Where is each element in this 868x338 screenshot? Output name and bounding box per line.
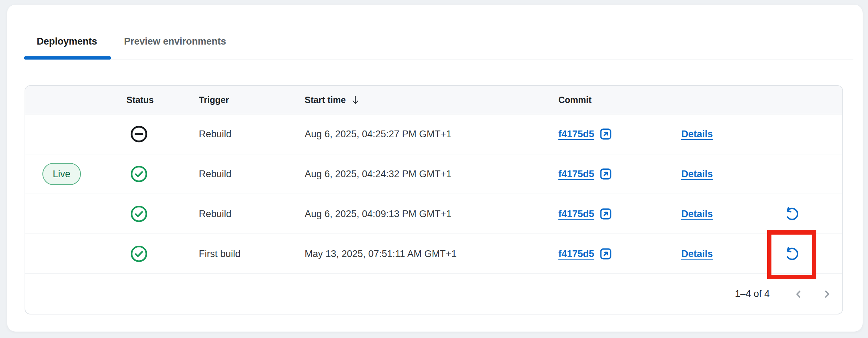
pagination-prev-button[interactable] (791, 286, 806, 302)
start-time-cell: May 13, 2025, 07:51:11 AM GMT+1 (305, 249, 558, 260)
tab-deployments[interactable]: Deployments (37, 36, 97, 47)
details-link[interactable]: Details (681, 249, 713, 259)
header-cell-trigger: Trigger (199, 95, 305, 105)
trigger-cell: First build (199, 249, 305, 260)
commit-link[interactable]: f4175d5 (558, 249, 594, 260)
chevron-right-icon (822, 289, 832, 299)
deployments-panel: Deployments Preview environments Status … (7, 5, 863, 332)
deployments-table: Status Trigger Start time Commit (25, 85, 843, 314)
details-link[interactable]: Details (681, 169, 713, 179)
chevron-left-icon (793, 289, 804, 299)
table-row: Live Rebuild Aug 6, 2025, 04:24:32 PM GM… (25, 154, 842, 194)
header-cell-commit: Commit (558, 95, 681, 105)
trigger-cell: Rebuild (199, 129, 305, 140)
rotate-left-icon (784, 206, 800, 222)
sort-descending-icon (351, 95, 360, 105)
commit-link[interactable]: f4175d5 (558, 169, 594, 180)
commit-link[interactable]: f4175d5 (558, 129, 594, 140)
details-link[interactable]: Details (681, 209, 713, 219)
start-time-cell: Aug 6, 2025, 04:25:27 PM GMT+1 (305, 129, 558, 140)
table-row: Rebuild Aug 6, 2025, 04:09:13 PM GMT+1 f… (25, 194, 842, 234)
start-time-header-label: Start time (305, 95, 346, 105)
header-cell-start-time[interactable]: Start time (305, 95, 558, 105)
trigger-cell: Rebuild (199, 169, 305, 180)
active-tab-underline (24, 56, 111, 60)
open-in-new-icon[interactable] (599, 247, 613, 261)
live-status-badge: Live (42, 163, 81, 185)
tabs-divider (24, 60, 853, 60)
status-cell (114, 245, 199, 263)
trigger-cell: Rebuild (199, 209, 305, 220)
table-row: Rebuild Aug 6, 2025, 04:25:27 PM GMT+1 f… (25, 114, 842, 154)
table-pagination: 1–4 of 4 (25, 274, 842, 314)
open-in-new-icon[interactable] (599, 207, 613, 221)
table-header-row: Status Trigger Start time Commit (25, 86, 842, 114)
start-time-cell: Aug 6, 2025, 04:09:13 PM GMT+1 (305, 209, 558, 220)
minus-circle-icon (130, 125, 148, 143)
check-circle-icon (130, 245, 148, 263)
status-cell (114, 125, 199, 143)
header-cell-status: Status (114, 95, 199, 105)
status-cell (114, 205, 199, 223)
pagination-range-label: 1–4 of 4 (735, 288, 770, 299)
rotate-left-icon (784, 246, 800, 262)
retry-button[interactable] (784, 206, 800, 222)
open-in-new-icon[interactable] (599, 127, 613, 141)
details-link[interactable]: Details (681, 129, 713, 139)
pagination-next-button[interactable] (819, 286, 835, 302)
start-time-cell: Aug 6, 2025, 04:24:32 PM GMT+1 (305, 169, 558, 180)
check-circle-icon (130, 205, 148, 223)
retry-button[interactable] (784, 246, 800, 262)
status-cell (114, 165, 199, 183)
check-circle-icon (130, 165, 148, 183)
table-row: First build May 13, 2025, 07:51:11 AM GM… (25, 234, 842, 274)
open-in-new-icon[interactable] (599, 167, 613, 181)
commit-link[interactable]: f4175d5 (558, 209, 594, 220)
tab-preview-environments[interactable]: Preview environments (124, 36, 226, 47)
